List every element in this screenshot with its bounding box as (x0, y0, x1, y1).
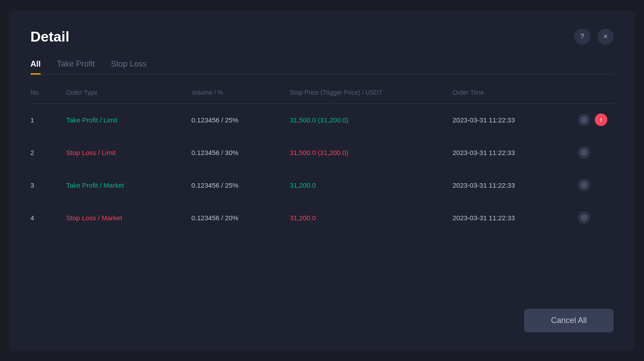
row-4-cancel-button[interactable] (578, 211, 590, 224)
modal-title: Detail (30, 29, 69, 45)
row-2-order-time: 2023-03-31 11:22:33 (453, 149, 578, 156)
col-volume: Volume / % (191, 89, 290, 96)
row-1-actions: ! (578, 113, 614, 126)
row-4-stop-price: 31,200.0 (290, 214, 453, 222)
row-3-volume: 0.123456 / 25% (191, 181, 290, 189)
col-order-time: Order Time (453, 89, 578, 96)
row-3-cancel-button[interactable] (578, 179, 590, 191)
detail-modal: Detail ? × All Take Profit Stop Loss No.… (9, 11, 635, 350)
row-3-actions (578, 179, 614, 191)
row-1-cancel-button[interactable] (578, 113, 590, 126)
row-2-cancel-button[interactable] (578, 146, 590, 159)
cancel-all-button[interactable]: Cancel All (524, 309, 614, 332)
cancel-icon (581, 182, 587, 188)
row-2-no: 2 (30, 149, 66, 156)
row-1-stop-price: 31,500.0 (31,200.0) (290, 116, 453, 124)
tab-stop-loss[interactable]: Stop Loss (111, 59, 147, 74)
close-button[interactable]: × (597, 29, 614, 45)
table-row: 4 Stop Loss / Market 0.123456 / 20% 31,2… (30, 201, 614, 234)
row-1-order-type: Take Profit / Limit (66, 116, 191, 124)
table-container: No. Order Type Volume / % Stop Price (Tr… (30, 89, 614, 291)
col-stop-price: Stop Price (Trigger Price) / USDT (290, 89, 453, 96)
table-row: 3 Take Profit / Market 0.123456 / 25% 31… (30, 169, 614, 201)
row-1-no: 1 (30, 116, 66, 124)
cancel-icon (581, 214, 587, 221)
row-1-order-time: 2023-03-31 11:22:33 (453, 116, 578, 124)
row-2-stop-price: 31,500.0 (31,200.0) (290, 149, 453, 156)
cancel-icon (581, 117, 587, 123)
row-3-order-time: 2023-03-31 11:22:33 (453, 181, 578, 189)
row-4-order-type: Stop Loss / Market (66, 214, 191, 222)
row-4-order-time: 2023-03-31 11:22:33 (453, 214, 578, 222)
row-2-order-type: Stop Loss / Limit (66, 149, 191, 156)
row-1-warning-button[interactable]: ! (595, 113, 607, 126)
warning-icon: ! (600, 117, 602, 123)
header-actions: ? × (574, 29, 614, 45)
row-2-actions (578, 146, 614, 159)
col-order-type: Order Type (66, 89, 191, 96)
modal-footer: Cancel All (30, 309, 614, 332)
help-button[interactable]: ? (574, 29, 590, 45)
table-row: 2 Stop Loss / Limit 0.123456 / 30% 31,50… (30, 136, 614, 169)
row-4-actions (578, 211, 614, 224)
col-no: No. (30, 89, 66, 96)
row-4-no: 4 (30, 214, 66, 222)
table-row: 1 Take Profit / Limit 0.123456 / 25% 31,… (30, 104, 614, 136)
tab-all[interactable]: All (30, 59, 41, 74)
row-1-volume: 0.123456 / 25% (191, 116, 290, 124)
modal-header: Detail ? × (30, 29, 614, 45)
tabs-container: All Take Profit Stop Loss (30, 59, 614, 75)
col-actions (578, 89, 614, 96)
row-4-volume: 0.123456 / 20% (191, 214, 290, 222)
table-header: No. Order Type Volume / % Stop Price (Tr… (30, 89, 614, 104)
cancel-icon (581, 149, 587, 155)
tab-take-profit[interactable]: Take Profit (57, 59, 95, 74)
row-2-volume: 0.123456 / 30% (191, 149, 290, 156)
row-3-stop-price: 31,200.0 (290, 181, 453, 189)
row-3-no: 3 (30, 181, 66, 189)
row-3-order-type: Take Profit / Market (66, 181, 191, 189)
